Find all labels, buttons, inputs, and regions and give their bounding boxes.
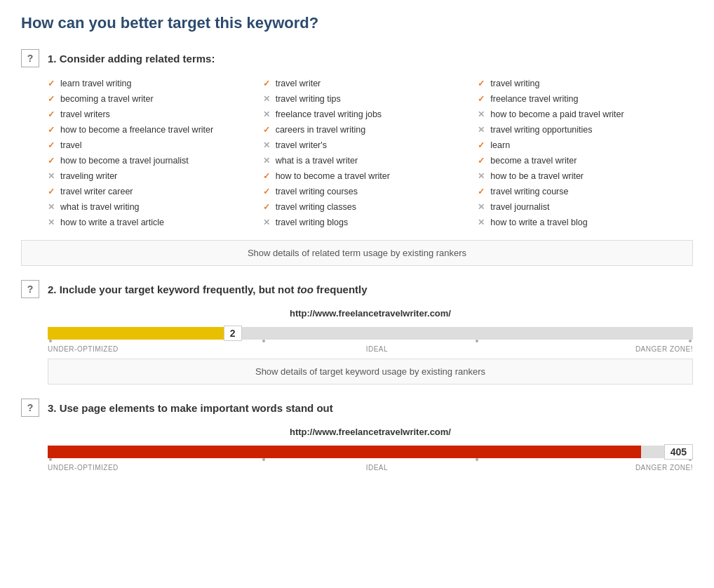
term-label: travel writing opportunities bbox=[490, 125, 592, 135]
section-2-content: http://www.freelancetravelwriter.com/ 2 … bbox=[48, 308, 693, 385]
check-icon: ✓ bbox=[48, 109, 56, 119]
slider-badge-3: 405 bbox=[664, 444, 693, 460]
check-icon: ✓ bbox=[263, 125, 271, 135]
term-label: freelance travel writing jobs bbox=[276, 109, 382, 119]
term-label: how to become a travel journalist bbox=[60, 156, 189, 166]
list-item: ✓how to become a travel journalist bbox=[48, 154, 263, 167]
list-item: ✓freelance travel writing bbox=[478, 93, 693, 105]
cross-icon: ✕ bbox=[263, 218, 271, 227]
dot bbox=[262, 340, 265, 342]
show-details-button-1[interactable]: Show details of related term usage by ex… bbox=[21, 240, 693, 266]
check-icon: ✓ bbox=[478, 79, 486, 88]
list-item: ✕what is travel writing bbox=[48, 201, 263, 213]
section-1-header: ? 1. Consider adding related terms: bbox=[21, 49, 693, 67]
section-1-title: 1. Consider adding related terms: bbox=[48, 53, 215, 65]
help-icon-2[interactable]: ? bbox=[21, 280, 39, 298]
check-icon: ✓ bbox=[478, 94, 486, 104]
cross-icon: ✕ bbox=[263, 109, 271, 119]
term-label: become a travel writer bbox=[490, 156, 577, 166]
elements-slider: 405 UNDER-OPTIMIZED IDEAL DANGER ZONE! bbox=[48, 446, 693, 472]
terms-column: ✓travel writing✓freelance travel writing… bbox=[478, 77, 693, 229]
cross-icon: ✕ bbox=[478, 202, 486, 212]
list-item: ✕travel writing opportunities bbox=[478, 123, 693, 136]
term-label: travel writing bbox=[490, 79, 539, 88]
section-2-header: ? 2. Include your target keyword frequen… bbox=[21, 280, 693, 298]
list-item: ✕freelance travel writing jobs bbox=[263, 108, 478, 121]
term-label: travel writing course bbox=[490, 187, 568, 196]
term-label: travel journalist bbox=[490, 202, 549, 212]
check-icon: ✓ bbox=[48, 140, 56, 150]
term-label: how to be a travel writer bbox=[490, 171, 584, 181]
dot bbox=[49, 340, 52, 342]
list-item: ✓careers in travel writing bbox=[263, 123, 478, 136]
section-3: ? 3. Use page elements to make important… bbox=[21, 399, 693, 472]
check-icon: ✓ bbox=[48, 94, 56, 104]
list-item: ✓travel bbox=[48, 139, 263, 152]
frequency-slider: 2 UNDER-OPTIMIZED IDEAL DANGER ZONE! bbox=[48, 327, 693, 353]
list-item: ✕travel writing tips bbox=[263, 93, 478, 105]
check-icon: ✓ bbox=[263, 202, 271, 212]
list-item: ✕how to be a travel writer bbox=[478, 170, 693, 182]
cross-icon: ✕ bbox=[478, 218, 486, 227]
terms-column: ✓travel writer✕travel writing tips✕freel… bbox=[263, 77, 478, 229]
term-label: how to become a paid travel writer bbox=[490, 109, 624, 119]
section-2-url: http://www.freelancetravelwriter.com/ bbox=[48, 308, 693, 319]
check-icon: ✓ bbox=[48, 156, 56, 166]
check-icon: ✓ bbox=[263, 79, 271, 88]
cross-icon: ✕ bbox=[263, 94, 271, 104]
term-label: learn travel writing bbox=[60, 79, 131, 88]
list-item: ✕traveling writer bbox=[48, 170, 263, 182]
term-label: what is a travel writer bbox=[276, 156, 358, 166]
term-label: learn bbox=[490, 140, 510, 150]
list-item: ✕how to become a paid travel writer bbox=[478, 108, 693, 121]
term-label: travel writer's bbox=[276, 140, 327, 150]
cross-icon: ✕ bbox=[48, 171, 56, 181]
term-label: freelance travel writing bbox=[490, 94, 578, 104]
dot bbox=[262, 458, 265, 461]
term-label: traveling writer bbox=[60, 171, 117, 181]
slider-labels-3: UNDER-OPTIMIZED IDEAL DANGER ZONE! bbox=[48, 464, 693, 472]
list-item: ✓travel writing courses bbox=[263, 185, 478, 198]
term-label: travel writing courses bbox=[276, 187, 358, 196]
term-label: travel bbox=[60, 140, 82, 150]
cross-icon: ✕ bbox=[263, 156, 271, 166]
help-icon-1[interactable]: ? bbox=[21, 49, 39, 67]
cross-icon: ✕ bbox=[263, 140, 271, 150]
check-icon: ✓ bbox=[263, 187, 271, 196]
check-icon: ✓ bbox=[263, 171, 271, 181]
help-icon-3[interactable]: ? bbox=[21, 399, 39, 417]
check-icon: ✓ bbox=[478, 140, 486, 150]
list-item: ✓travel writing course bbox=[478, 185, 693, 198]
term-label: how to become a travel writer bbox=[276, 171, 390, 181]
section-2-title: 2. Include your target keyword frequentl… bbox=[48, 283, 368, 295]
term-label: what is travel writing bbox=[60, 202, 140, 212]
page-title: How can you better target this keyword? bbox=[21, 14, 693, 32]
list-item: ✓become a travel writer bbox=[478, 154, 693, 167]
cross-icon: ✕ bbox=[478, 171, 486, 181]
term-label: travel writers bbox=[60, 109, 110, 119]
term-label: travel writing blogs bbox=[276, 218, 349, 227]
check-icon: ✓ bbox=[478, 156, 486, 166]
term-label: travel writing classes bbox=[276, 202, 356, 212]
list-item: ✕travel journalist bbox=[478, 201, 693, 213]
list-item: ✓travel writing bbox=[478, 77, 693, 90]
check-icon: ✓ bbox=[48, 187, 56, 196]
cross-icon: ✕ bbox=[478, 125, 486, 135]
list-item: ✓how to become a freelance travel writer bbox=[48, 123, 263, 136]
section-3-header: ? 3. Use page elements to make important… bbox=[21, 399, 693, 417]
list-item: ✓travel writers bbox=[48, 108, 263, 121]
dot bbox=[476, 340, 478, 342]
slider-fill-3 bbox=[48, 446, 641, 458]
section-2: ? 2. Include your target keyword frequen… bbox=[21, 280, 693, 385]
slider-labels-2: UNDER-OPTIMIZED IDEAL DANGER ZONE! bbox=[48, 345, 693, 353]
section-3-title: 3. Use page elements to make important w… bbox=[48, 402, 333, 414]
terms-column: ✓learn travel writing✓becoming a travel … bbox=[48, 77, 263, 229]
cross-icon: ✕ bbox=[478, 109, 486, 119]
term-label: travel writer bbox=[276, 79, 321, 88]
list-item: ✓how to become a travel writer bbox=[263, 170, 478, 182]
dot bbox=[689, 340, 692, 342]
slider-dots-3 bbox=[48, 458, 693, 461]
show-details-button-2[interactable]: Show details of target keyword usage by … bbox=[48, 359, 693, 385]
term-label: how to become a freelance travel writer bbox=[60, 125, 213, 135]
list-item: ✓learn travel writing bbox=[48, 77, 263, 90]
